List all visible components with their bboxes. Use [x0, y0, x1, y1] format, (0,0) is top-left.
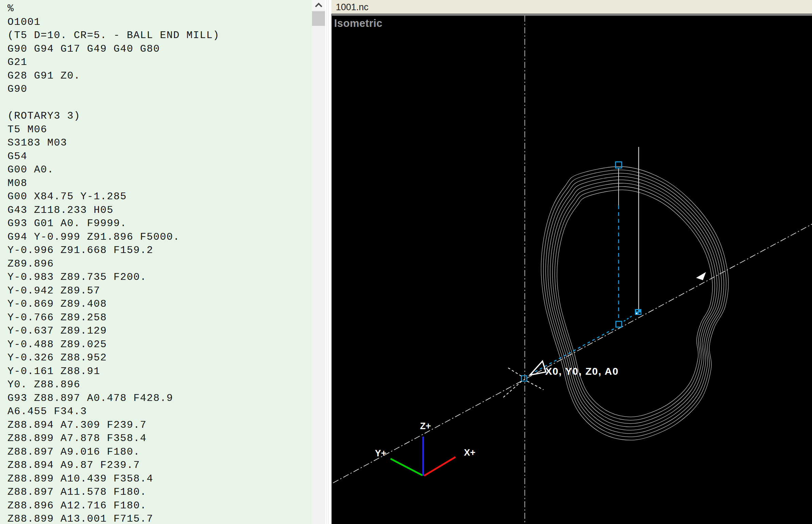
rapid-move-short	[624, 315, 633, 321]
viewport-tab[interactable]: 1001.nc	[336, 2, 369, 13]
rapid-point-marker-icon	[616, 321, 622, 327]
marker-notch	[639, 312, 641, 314]
gcode-editor-pane[interactable]: % O1001 (T5 D=10. CR=5. - BALL END MILL)…	[0, 0, 312, 524]
origin-ray	[503, 381, 522, 398]
x-axis-line	[424, 457, 455, 476]
y-axis-label: Y+	[375, 448, 387, 458]
tool-position-marker-icon	[635, 309, 641, 315]
tool-start-marker-icon	[615, 162, 622, 168]
toolpath-contour	[541, 167, 728, 440]
scrollbar-thumb[interactable]	[312, 11, 325, 26]
pane-splitter[interactable]	[325, 0, 332, 524]
marker-dot	[636, 313, 637, 314]
toolpath-contour	[543, 170, 726, 437]
origin-label: X0, Y0, Z0, A0	[545, 365, 619, 377]
viewport-canvas[interactable]: Isometric X0, Y0, Z0, A0Z+Y+X+	[332, 14, 812, 524]
origin-marker-icon	[521, 376, 527, 381]
origin-ray	[527, 381, 543, 390]
y-axis-line	[391, 459, 422, 475]
viewport-tab-bar: 1001.nc	[332, 0, 812, 14]
rotary-centerline-diagonal-icon	[333, 224, 812, 483]
toolpath-ring	[541, 167, 728, 440]
origin-flag-icon	[530, 361, 546, 375]
gcode-text[interactable]: % O1001 (T5 D=10. CR=5. - BALL END MILL)…	[0, 0, 312, 524]
x-axis-label: X+	[464, 447, 475, 458]
backplot-scene: X0, Y0, Z0, A0Z+Y+X+	[332, 14, 812, 524]
cnc-backplot-window: % O1001 (T5 D=10. CR=5. - BALL END MILL)…	[0, 0, 812, 524]
centerline-arrow-icon	[696, 272, 706, 280]
marker-notch	[636, 310, 638, 311]
z-axis-label: Z+	[420, 421, 431, 431]
chevron-up-icon	[315, 3, 322, 10]
scroll-up-button[interactable]	[312, 0, 325, 10]
editor-vertical-scrollbar[interactable]	[312, 0, 325, 524]
origin-ray	[507, 367, 521, 376]
